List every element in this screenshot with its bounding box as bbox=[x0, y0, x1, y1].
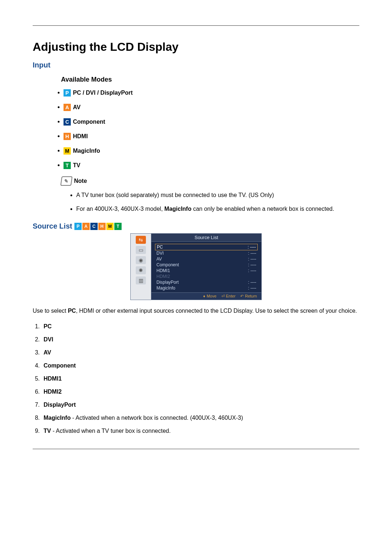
note-icon: ✎ bbox=[60, 176, 73, 186]
bottom-rule bbox=[33, 449, 359, 449]
osd-side-icon: ⇆ bbox=[136, 236, 146, 244]
strip-m-icon: M bbox=[106, 223, 114, 230]
mode-c-icon: C bbox=[64, 118, 71, 126]
note-item: For an 400UX-3, 460UX-3 model, MagicInfo… bbox=[76, 205, 359, 213]
strip-p-icon: P bbox=[74, 223, 82, 230]
available-modes-list: P PC / DVI / DisplayPort A AV C Componen… bbox=[64, 89, 359, 169]
page-title: Adjusting the LCD Display bbox=[33, 40, 359, 54]
mode-label: Component bbox=[73, 119, 105, 125]
mode-item: P PC / DVI / DisplayPort bbox=[64, 89, 359, 97]
mode-item: M MagicInfo bbox=[64, 147, 359, 155]
osd-row: DisplayPort: ---- bbox=[155, 279, 258, 285]
list-item: Component bbox=[41, 362, 359, 369]
list-item: TV - Activated when a TV tuner box is co… bbox=[41, 428, 359, 434]
list-item: AV bbox=[41, 349, 359, 356]
available-modes-heading: Available Modes bbox=[61, 76, 359, 83]
osd-row: AV: ---- bbox=[155, 256, 258, 262]
note-heading: ✎ Note bbox=[61, 176, 359, 186]
strip-c-icon: C bbox=[90, 223, 98, 230]
list-item: DisplayPort bbox=[41, 402, 359, 408]
mode-item: A AV bbox=[64, 104, 359, 111]
mode-item: C Component bbox=[64, 118, 359, 126]
top-rule bbox=[33, 25, 359, 26]
osd-row: MagicInfo: ---- bbox=[155, 285, 258, 291]
osd-row: HDMI2 bbox=[155, 274, 258, 279]
mode-label: MagicInfo bbox=[73, 148, 100, 154]
osd-screenshot: ⇆ ▭ ◉ ✺ ▥ Source List PC: ---- DVI: ----… bbox=[130, 233, 262, 300]
osd-side-icon: ▭ bbox=[136, 246, 146, 254]
osd-row: DVI: ---- bbox=[155, 250, 258, 256]
osd-footer-return: Return bbox=[245, 294, 257, 298]
source-list-description: Use to select PC, HDMI or other external… bbox=[33, 307, 359, 315]
mode-label: PC / DVI / DisplayPort bbox=[73, 90, 132, 96]
osd-sidebar: ⇆ ▭ ◉ ✺ ▥ bbox=[131, 234, 151, 300]
list-item: HDMI1 bbox=[41, 376, 359, 382]
osd-side-icon: ▥ bbox=[136, 276, 146, 284]
list-item: MagicInfo - Activated when a network box… bbox=[41, 415, 359, 421]
mode-item: H HDMI bbox=[64, 133, 359, 140]
note-item: A TV tuner box (sold separately) must be… bbox=[76, 191, 359, 200]
osd-row: HDMI1: ---- bbox=[155, 268, 258, 274]
osd-row: PC: ---- bbox=[155, 244, 258, 250]
note-label: Note bbox=[74, 178, 87, 184]
list-item: HDMI2 bbox=[41, 389, 359, 395]
osd-footer-move: Move bbox=[207, 294, 216, 298]
mode-label: TV bbox=[73, 162, 80, 169]
strip-t-icon: T bbox=[114, 223, 122, 230]
mode-item: T TV bbox=[64, 162, 359, 169]
strip-h-icon: H bbox=[98, 223, 106, 230]
source-ordered-list: PC DVI AV Component HDMI1 HDMI2 DisplayP… bbox=[41, 323, 359, 434]
mode-label: HDMI bbox=[73, 133, 88, 140]
osd-footer: ♦Move ⏎Enter ↶Return bbox=[151, 292, 261, 300]
strip-a-icon: A bbox=[82, 223, 90, 230]
mode-m-icon: M bbox=[64, 147, 71, 155]
mode-t-icon: T bbox=[64, 162, 71, 169]
osd-footer-enter: Enter bbox=[226, 294, 236, 298]
osd-side-icon: ✺ bbox=[136, 266, 146, 274]
mode-h-icon: H bbox=[64, 133, 71, 140]
mode-a-icon: A bbox=[64, 104, 71, 111]
osd-row: Component: ---- bbox=[155, 262, 258, 268]
mode-p-icon: P bbox=[64, 89, 71, 97]
list-item: DVI bbox=[41, 336, 359, 343]
section-input-heading: Input bbox=[33, 61, 359, 69]
osd-title: Source List bbox=[151, 234, 261, 242]
mode-icon-strip: P A C H M T bbox=[74, 223, 122, 230]
list-item: PC bbox=[41, 323, 359, 330]
note-list: A TV tuner box (sold separately) must be… bbox=[76, 191, 359, 213]
osd-side-icon: ◉ bbox=[136, 256, 146, 264]
mode-label: AV bbox=[73, 104, 81, 111]
source-list-heading-row: Source List P A C H M T bbox=[33, 222, 359, 230]
source-list-heading: Source List bbox=[33, 222, 72, 230]
osd-main: PC: ---- DVI: ---- AV: ---- Component: -… bbox=[151, 242, 261, 292]
